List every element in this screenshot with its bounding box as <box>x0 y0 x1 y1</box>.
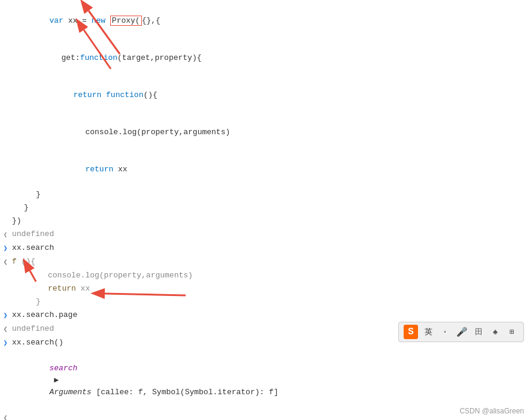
line-8: }) <box>0 214 530 228</box>
line-11: ❮ f (){ <box>0 255 530 269</box>
console-content: var xx = new Proxy({},{ get:function(tar… <box>0 0 530 420</box>
proxy-highlight: Proxy( <box>110 16 142 26</box>
ime-dot[interactable]: · <box>438 325 452 339</box>
ime-toolbar[interactable]: S 英 · 🎤 田 ♠ ⊞ <box>398 322 524 342</box>
line-7: } <box>0 201 530 214</box>
ime-logo: S <box>404 325 418 339</box>
ime-lang[interactable]: 英 <box>422 325 435 339</box>
line-2: get:function(target,property){ <box>0 40 530 77</box>
line-3: return function(){ <box>0 77 530 114</box>
line-10: ❯ xx.search <box>0 241 530 255</box>
line-19: ❮ Proxy {} <box>0 411 530 420</box>
line-9: ❮ undefined <box>0 228 530 241</box>
line-15: ❯ xx.search.page <box>0 309 530 322</box>
line-4: console.log(property,arguments) <box>0 114 530 151</box>
line-13: return xx <box>0 282 530 295</box>
ime-mic[interactable]: 🎤 <box>455 325 468 339</box>
ime-settings[interactable]: ⊞ <box>505 325 519 339</box>
line-5: return xx <box>0 151 530 188</box>
line-12: console.log(property,arguments) <box>0 269 530 282</box>
ime-keyboard[interactable]: 田 <box>472 325 485 339</box>
line-14: } <box>0 295 530 309</box>
console-container: var xx = new Proxy({},{ get:function(tar… <box>0 0 530 420</box>
ime-theme[interactable]: ♠ <box>489 325 502 339</box>
line-18: search ▶ Arguments [callee: f, Symbol(Sy… <box>0 350 530 411</box>
watermark: CSDN @alisaGreen <box>459 407 524 415</box>
line-6: } <box>0 188 530 201</box>
line-1: var xx = new Proxy({},{ <box>0 2 530 40</box>
